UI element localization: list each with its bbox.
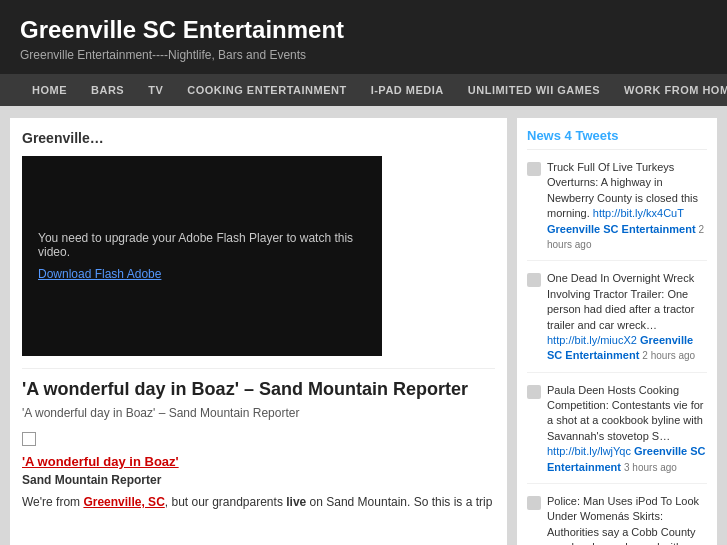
tweet-icon — [527, 162, 541, 176]
tweet-time: 3 hours ago — [624, 462, 677, 473]
tweet-item: Paula Deen Hosts Cooking Competition: Co… — [527, 383, 707, 484]
tweet-item: Truck Full Of Live Turkeys Overturns: A … — [527, 160, 707, 261]
video-download-link[interactable]: Download Flash Adobe — [38, 267, 161, 281]
tweet-icon — [527, 273, 541, 287]
navigation: HOME BARS TV COOKING ENTERTAINMENT I-PAD… — [0, 74, 727, 106]
tweet-item: One Dead In Overnight Wreck Involving Tr… — [527, 271, 707, 372]
site-header: Greenville SC Entertainment Greenville E… — [0, 0, 727, 74]
article-body-text: We're from — [22, 495, 83, 509]
article-checkbox-area — [22, 430, 495, 446]
article-body-mid: , but our grandparents — [165, 495, 286, 509]
nav-bars[interactable]: BARS — [79, 74, 136, 106]
tweet-time: 2 hours ago — [642, 350, 695, 361]
tweet-content: Paula Deen Hosts Cooking Competition: Co… — [547, 383, 707, 475]
content-area: Greenville… You need to upgrade your Ado… — [10, 118, 507, 545]
tweet-content: Truck Full Of Live Turkeys Overturns: A … — [547, 160, 707, 252]
tweet-link[interactable]: http://bit.ly/miucX2 — [547, 334, 637, 346]
sidebar-title: News 4 Tweets — [527, 128, 707, 150]
article-body-end: on Sand Mountain. So this is a trip — [306, 495, 492, 509]
article-greenville-link[interactable]: Greenville, SC — [83, 495, 164, 509]
article-checkbox[interactable] — [22, 432, 36, 446]
article-link-title[interactable]: 'A wonderful day in Boaz' — [22, 454, 495, 469]
article-body: We're from Greenville, SC, but our grand… — [22, 493, 495, 511]
content-section-title: Greenville… — [22, 130, 495, 146]
video-embed: You need to upgrade your Adobe Flash Pla… — [22, 156, 382, 356]
video-message: You need to upgrade your Adobe Flash Pla… — [38, 231, 366, 259]
tweet-item: Police: Man Uses iPod To Look Under Wome… — [527, 494, 707, 545]
article-subtitle: 'A wonderful day in Boaz' – Sand Mountai… — [22, 406, 495, 420]
tweet-content: One Dead In Overnight Wreck Involving Tr… — [547, 271, 707, 363]
tweet-link[interactable]: http://bit.ly/kx4CuT — [593, 207, 684, 219]
tweet-content: Police: Man Uses iPod To Look Under Wome… — [547, 494, 707, 545]
article-reporter: Sand Mountain Reporter — [22, 473, 495, 487]
tweet-icon — [527, 385, 541, 399]
nav-tv[interactable]: TV — [136, 74, 175, 106]
nav-work[interactable]: WORK FROM HOME — [612, 74, 727, 106]
article-title: 'A wonderful day in Boaz' – Sand Mountai… — [22, 368, 495, 400]
nav-ipad[interactable]: I-PAD MEDIA — [359, 74, 456, 106]
tweet-site[interactable]: Greenville SC Entertainment — [547, 223, 696, 235]
nav-wii[interactable]: UNLIMITED WII GAMES — [456, 74, 612, 106]
main-container: Greenville… You need to upgrade your Ado… — [0, 106, 727, 545]
site-title: Greenville SC Entertainment — [20, 16, 707, 44]
sidebar: News 4 Tweets Truck Full Of Live Turkeys… — [517, 118, 717, 545]
article-live-word: live — [286, 495, 306, 509]
nav-home[interactable]: HOME — [20, 74, 79, 106]
nav-cooking[interactable]: COOKING ENTERTAINMENT — [175, 74, 358, 106]
tweet-icon — [527, 496, 541, 510]
site-tagline: Greenville Entertainment----Nightlife, B… — [20, 48, 707, 62]
tweet-link[interactable]: http://bit.ly/lwjYqc — [547, 445, 631, 457]
